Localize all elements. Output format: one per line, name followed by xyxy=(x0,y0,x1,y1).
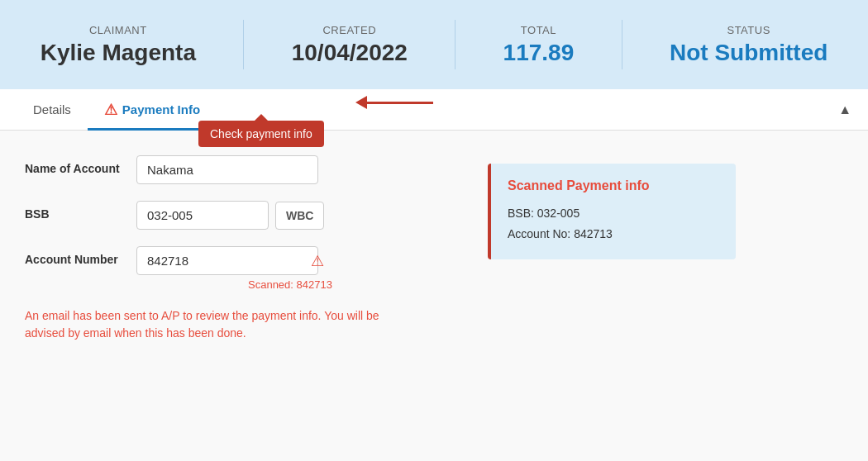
check-payment-tooltip: Check payment info xyxy=(198,121,324,147)
arrow-line xyxy=(367,102,433,104)
header-divider-2 xyxy=(455,20,455,69)
created-section: CREATED 10/04/2022 xyxy=(292,24,408,66)
total-section: TOTAL 117.89 xyxy=(503,24,575,66)
tab-details-label: Details xyxy=(33,102,71,116)
name-row: Name of Account xyxy=(25,155,463,184)
status-label: STATUS xyxy=(727,24,770,36)
tab-payment-info-label: Payment Info xyxy=(122,102,200,116)
claimant-section: CLAIMANT Kylie Magenta xyxy=(41,24,196,66)
scanned-payment-panel: Scanned Payment info BSB: 032-005 Accoun… xyxy=(488,164,736,259)
scanned-hint: Scanned: 842713 xyxy=(248,278,332,291)
bsb-input[interactable] xyxy=(136,201,269,230)
email-notice: An email has been sent to A/P to review … xyxy=(25,307,422,342)
header-divider-1 xyxy=(243,20,244,69)
annotation-arrow xyxy=(355,96,433,109)
account-label: Account Number xyxy=(25,246,124,266)
payment-form: Name of Account BSB WBC Account Number ⚠… xyxy=(25,155,463,444)
bsb-bank-badge: WBC xyxy=(275,202,324,230)
claimant-name: Kylie Magenta xyxy=(41,40,196,66)
claimant-label: CLAIMANT xyxy=(89,24,147,36)
status-value: Not Submitted xyxy=(670,40,827,66)
bsb-label: BSB xyxy=(25,201,124,221)
scanned-panel-title: Scanned Payment info xyxy=(508,178,719,193)
tabs-bar: Details ⚠ Payment Info Check payment inf… xyxy=(0,89,868,131)
tooltip-text: Check payment info xyxy=(210,127,312,140)
header-bar: CLAIMANT Kylie Magenta CREATED 10/04/202… xyxy=(0,0,868,89)
tab-details[interactable]: Details xyxy=(17,91,88,128)
warning-icon: ⚠ xyxy=(104,101,117,119)
name-input[interactable] xyxy=(136,155,318,184)
main-content: Name of Account BSB WBC Account Number ⚠… xyxy=(0,131,868,461)
account-input[interactable] xyxy=(136,246,318,275)
collapse-icon[interactable]: ▲ xyxy=(838,102,851,117)
account-error-icon: ⚠ xyxy=(311,252,324,270)
name-label: Name of Account xyxy=(25,155,124,175)
total-value: 117.89 xyxy=(503,40,575,66)
created-date: 10/04/2022 xyxy=(292,40,408,66)
account-row: Account Number ⚠ Scanned: 842713 xyxy=(25,246,463,291)
bsb-group: WBC xyxy=(136,201,324,230)
account-input-wrapper: ⚠ xyxy=(136,246,332,275)
scanned-panel-account: Account No: 842713 xyxy=(508,224,719,245)
header-divider-3 xyxy=(622,20,622,69)
arrow-head-icon xyxy=(355,96,367,109)
total-label: TOTAL xyxy=(521,24,556,36)
scanned-panel-bsb: BSB: 032-005 xyxy=(508,203,719,224)
tab-payment-info[interactable]: ⚠ Payment Info xyxy=(88,89,217,131)
bsb-row: BSB WBC xyxy=(25,201,463,230)
status-section: STATUS Not Submitted xyxy=(670,24,827,66)
created-label: CREATED xyxy=(322,24,376,36)
